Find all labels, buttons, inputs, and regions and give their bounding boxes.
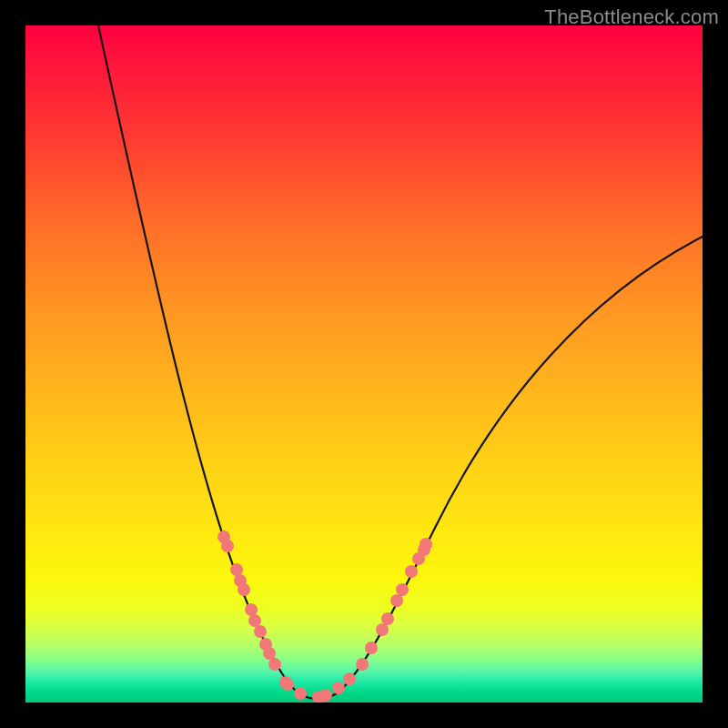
- curve-marker: [343, 672, 356, 685]
- curve-marker: [281, 678, 294, 691]
- chart-plot-area: [25, 25, 703, 703]
- curve-marker: [376, 623, 389, 636]
- curve-marker: [332, 682, 345, 694]
- curve-markers-group: [217, 531, 432, 703]
- curve-marker: [245, 603, 258, 616]
- curve-marker: [381, 612, 394, 625]
- curve-marker: [396, 583, 409, 596]
- curve-marker: [365, 642, 378, 654]
- curve-marker: [268, 658, 281, 671]
- curve-marker: [254, 625, 267, 638]
- curve-marker: [238, 583, 250, 596]
- curve-marker: [319, 689, 332, 702]
- curve-marker: [248, 614, 261, 627]
- curve-marker: [230, 563, 243, 576]
- curve-marker: [356, 658, 369, 671]
- curve-marker: [420, 538, 432, 551]
- curve-marker: [294, 687, 307, 700]
- curve-marker: [221, 540, 234, 552]
- curve-marker: [390, 594, 403, 607]
- curve-marker: [405, 565, 418, 578]
- curve-marker: [263, 647, 276, 660]
- bottleneck-curve-svg: [25, 25, 703, 703]
